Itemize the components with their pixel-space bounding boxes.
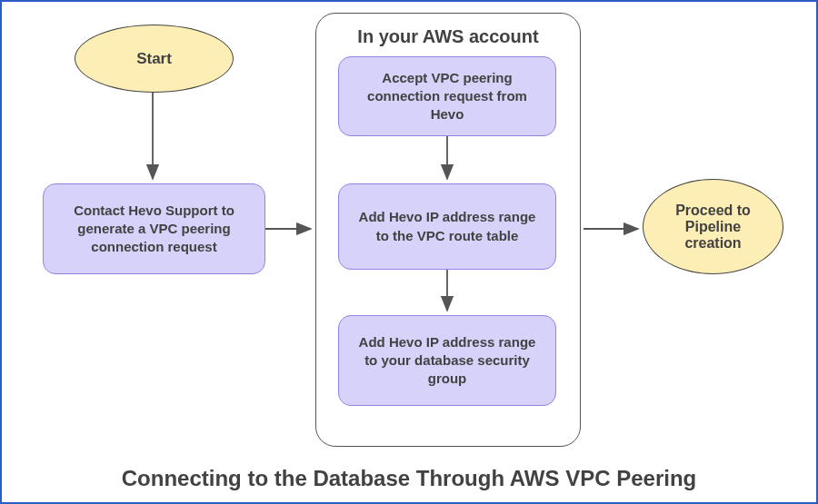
step3-label: Add Hevo IP address range to the VPC rou… xyxy=(355,208,539,245)
step-accept-peering: Accept VPC peering connection request fr… xyxy=(338,56,556,136)
end-node: Proceed to Pipeline creation xyxy=(643,179,783,274)
diagram-canvas: Start Contact Hevo Support to generate a… xyxy=(0,0,818,504)
step-add-route-table: Add Hevo IP address range to the VPC rou… xyxy=(338,183,556,270)
step-contact-hevo: Contact Hevo Support to generate a VPC p… xyxy=(43,183,265,274)
start-label: Start xyxy=(136,50,172,68)
step2-label: Accept VPC peering connection request fr… xyxy=(355,69,539,124)
diagram-caption: Connecting to the Database Through AWS V… xyxy=(2,466,816,491)
step-add-security-group: Add Hevo IP address range to your databa… xyxy=(338,315,556,406)
start-node: Start xyxy=(75,25,234,93)
step4-label: Add Hevo IP address range to your databa… xyxy=(355,333,539,389)
end-label: Proceed to Pipeline creation xyxy=(656,203,770,252)
step1-label: Contact Hevo Support to generate a VPC p… xyxy=(60,202,248,257)
aws-frame-title: In your AWS account xyxy=(316,26,580,47)
